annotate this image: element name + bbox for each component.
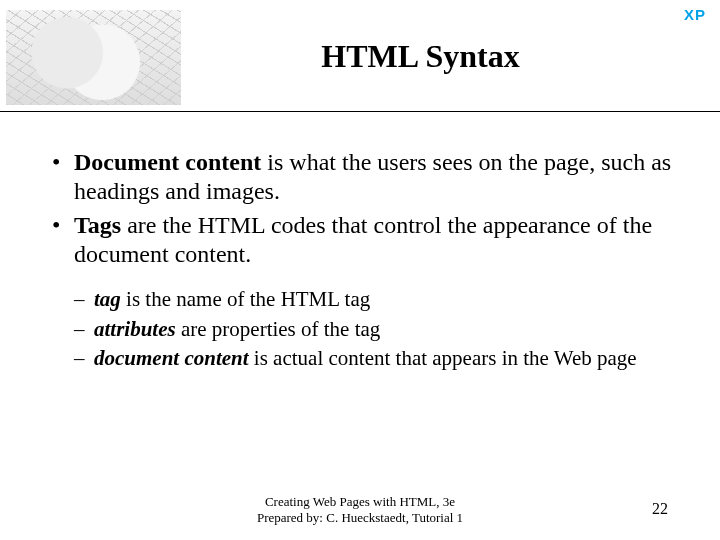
subbullet-emph: attributes (94, 317, 176, 341)
slide-footer: Creating Web Pages with HTML, 3e Prepare… (0, 494, 720, 527)
subbullet-text: is actual content that appears in the We… (249, 346, 637, 370)
bullet-list: Document content is what the users sees … (46, 148, 674, 269)
footer-line-2: Prepared by: C. Hueckstaedt, Tutorial 1 (0, 510, 720, 526)
subbullet-emph: document content (94, 346, 249, 370)
subbullet-text: are properties of the tag (176, 317, 381, 341)
slide-title: HTML Syntax (181, 8, 720, 75)
xp-badge: XP (684, 6, 706, 23)
bullet-text: are the HTML codes that control the appe… (74, 212, 652, 267)
slide-body: Document content is what the users sees … (0, 112, 720, 372)
list-item: attributes are properties of the tag (46, 317, 674, 343)
list-item: document content is actual content that … (46, 346, 674, 372)
page-number: 22 (652, 500, 668, 518)
bullet-strong: Document content (74, 149, 261, 175)
list-item: Document content is what the users sees … (46, 148, 674, 207)
slide-header: HTML Syntax (0, 0, 720, 105)
list-item: Tags are the HTML codes that control the… (46, 211, 674, 270)
subbullet-emph: tag (94, 287, 121, 311)
subbullet-text: is the name of the HTML tag (121, 287, 370, 311)
sub-bullet-list: tag is the name of the HTML tag attribut… (46, 287, 674, 372)
list-item: tag is the name of the HTML tag (46, 287, 674, 313)
footer-line-1: Creating Web Pages with HTML, 3e (0, 494, 720, 510)
bullet-strong: Tags (74, 212, 121, 238)
decorative-image (6, 10, 181, 105)
